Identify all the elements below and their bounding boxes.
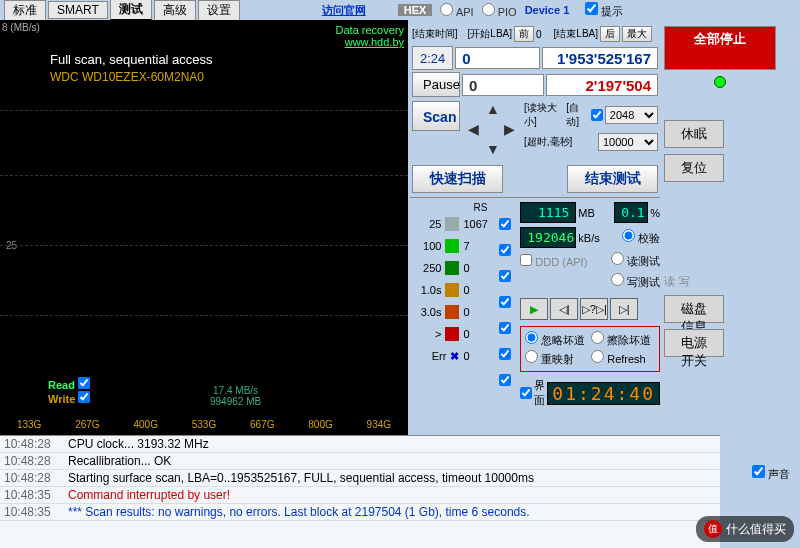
device-label[interactable]: Device 1: [525, 4, 570, 16]
max-button[interactable]: 最大: [622, 26, 652, 42]
play-icon[interactable]: ▶: [520, 298, 548, 320]
speed-row-3: 1.0s0: [410, 279, 493, 301]
speed-row-1: 1007: [410, 235, 493, 257]
api-radio[interactable]: API: [440, 3, 473, 18]
scan-button[interactable]: Scan: [412, 101, 460, 131]
ignore-bad-radio[interactable]: 忽略坏道: [525, 331, 589, 348]
elapsed-time: 01:24:40: [547, 382, 660, 405]
row-chk-5[interactable]: [499, 348, 511, 360]
auto-checkbox[interactable]: [591, 109, 603, 121]
empty-field[interactable]: 0: [462, 74, 544, 96]
tab-test[interactable]: 测试: [110, 0, 152, 21]
sound-checkbox[interactable]: 声音: [752, 465, 790, 482]
elapsed-short: 2:24: [412, 46, 453, 70]
tab-settings[interactable]: 设置: [198, 0, 240, 21]
log-panel: 10:48:28CPU clock... 3193.32 MHz10:48:28…: [0, 435, 720, 548]
pre-value: 0: [536, 29, 542, 40]
pio-radio[interactable]: PIO: [482, 3, 517, 18]
read-label: 读: [664, 274, 675, 289]
watermark: 值 什么值得买: [696, 516, 794, 542]
quick-scan-button[interactable]: 快速扫描: [412, 165, 503, 193]
log-row: 10:48:28Starting surface scan, LBA=0..19…: [0, 470, 720, 487]
pct-value: 0.1: [614, 202, 648, 223]
log-row: 10:48:35Command interrupted by user!: [0, 487, 720, 504]
ddd-checkbox[interactable]: DDD (API): [520, 254, 587, 268]
current-lba: 2'197'504: [546, 74, 658, 96]
start-lba-label: [开始LBA]: [468, 27, 512, 41]
official-site-link[interactable]: 访问官网: [322, 3, 366, 18]
tab-advanced[interactable]: 高级: [154, 0, 196, 21]
scan-chart: 8 (MB/s) Data recovery www.hdd.by Full s…: [0, 20, 408, 435]
rs-label: RS: [410, 202, 493, 213]
start-lba-value[interactable]: 0: [455, 47, 540, 69]
chart-title: Full scan, sequential access: [50, 52, 213, 67]
block-size-label: [读块大小]: [524, 101, 564, 129]
write-checkbox[interactable]: [78, 391, 90, 403]
ui-label: 界面: [534, 378, 545, 408]
write-label: 写: [679, 274, 690, 289]
skip-end-icon[interactable]: ▷|: [610, 298, 638, 320]
row-chk-3[interactable]: [499, 296, 511, 308]
erase-bad-radio[interactable]: 擦除坏道: [591, 331, 655, 348]
speed-row-5: >0: [410, 323, 493, 345]
auto-label: [自动]: [566, 101, 589, 129]
kbs-value: 192046: [520, 227, 576, 248]
read-checkbox[interactable]: [78, 377, 90, 389]
timeout-label: [超时,毫秒]: [524, 135, 572, 149]
pct-unit: %: [650, 207, 660, 219]
write-legend: Write: [48, 393, 75, 405]
row-chk-4[interactable]: [499, 322, 511, 334]
midpoint-annotation: 17.4 MB/s994962 MB: [210, 385, 261, 407]
x-axis: 133G267G400G533G667G800G934G: [0, 419, 408, 430]
mb-unit: MB: [578, 207, 595, 219]
pause-button[interactable]: Pause: [412, 72, 460, 97]
row-chk-1[interactable]: [499, 244, 511, 256]
arrow-down-icon: ▼: [486, 141, 500, 157]
mb-value: 1115: [520, 202, 576, 223]
row-chk-6[interactable]: [499, 374, 511, 386]
kbs-unit: kB/s: [578, 232, 599, 244]
speed-row-0: 251067: [410, 213, 493, 235]
speed-row-4: 3.0s0: [410, 301, 493, 323]
pre-button[interactable]: 前: [514, 26, 534, 42]
block-size-select[interactable]: 2048: [605, 106, 658, 124]
hint-checkbox[interactable]: 提示: [585, 2, 623, 19]
read-legend: Read: [48, 379, 75, 391]
start-time-label: [结束时间]: [412, 27, 458, 41]
data-recovery-badge[interactable]: Data recovery www.hdd.by: [336, 24, 404, 48]
stop-all-button[interactable]: 全部停止: [664, 26, 776, 70]
y-axis-label: 8 (MB/s): [2, 22, 40, 33]
log-row: 10:48:28Recallibration... OK: [0, 453, 720, 470]
log-row: 10:48:28CPU clock... 3193.32 MHz: [0, 436, 720, 453]
write-test-radio[interactable]: 写测试: [611, 273, 660, 290]
refresh-radio[interactable]: Refresh: [591, 350, 655, 367]
reset-button[interactable]: 复位: [664, 154, 724, 182]
log-row: 10:48:35*** Scan results: no warnings, n…: [0, 504, 720, 521]
sleep-button[interactable]: 休眠: [664, 120, 724, 148]
nav-arrows[interactable]: ▲ ◀ ▶ ▼: [462, 101, 522, 161]
drive-model: WDC WD10EZEX-60M2NA0: [50, 70, 204, 84]
speed-row-6: Err✖0: [410, 345, 493, 367]
ffwd-icon[interactable]: ▷?▷|: [580, 298, 608, 320]
end-lba-value[interactable]: 1'953'525'167: [542, 47, 658, 69]
power-switch-button[interactable]: 电源开关: [664, 329, 724, 357]
speed-row-2: 2500: [410, 257, 493, 279]
arrow-up-icon: ▲: [486, 101, 500, 117]
post-button[interactable]: 后: [600, 26, 620, 42]
row-chk-0[interactable]: [499, 218, 511, 230]
read-test-radio[interactable]: 读测试: [611, 252, 660, 269]
arrow-right-icon: ▶: [504, 121, 515, 137]
row-chk-2[interactable]: [499, 270, 511, 282]
ui-checkbox[interactable]: [520, 387, 532, 399]
step-back-icon[interactable]: ◁|: [550, 298, 578, 320]
disk-info-button[interactable]: 磁盘信息: [664, 295, 724, 323]
hex-badge: HEX: [398, 4, 433, 16]
end-test-button[interactable]: 结束测试: [567, 165, 658, 193]
tab-smart[interactable]: SMART: [48, 1, 108, 19]
end-lba-label: [结束LBA]: [554, 27, 598, 41]
tab-standard[interactable]: 标准: [4, 0, 46, 21]
arrow-left-icon: ◀: [468, 121, 479, 137]
verify-radio[interactable]: 校验: [622, 229, 660, 246]
remap-radio[interactable]: 重映射: [525, 350, 589, 367]
timeout-select[interactable]: 10000: [598, 133, 658, 151]
